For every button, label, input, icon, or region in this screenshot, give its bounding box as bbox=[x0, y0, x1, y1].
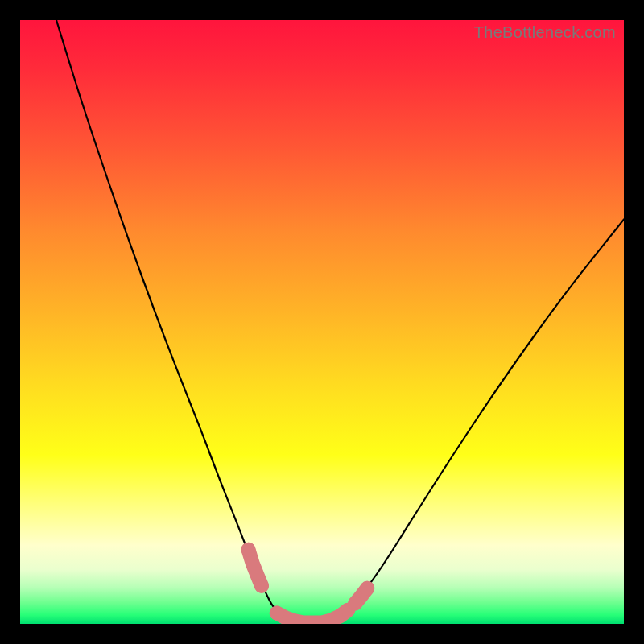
highlight-cap bbox=[242, 543, 256, 557]
highlight-cap bbox=[270, 606, 284, 621]
chart-svg bbox=[20, 20, 624, 624]
bottleneck-curve bbox=[56, 20, 624, 623]
highlight-markers bbox=[242, 543, 375, 623]
plot-frame: TheBottleneck.com bbox=[20, 20, 624, 624]
highlight-cap bbox=[254, 579, 269, 593]
highlight-cap bbox=[360, 581, 374, 596]
highlight-segment bbox=[277, 610, 349, 623]
highlight-cap bbox=[348, 597, 362, 611]
